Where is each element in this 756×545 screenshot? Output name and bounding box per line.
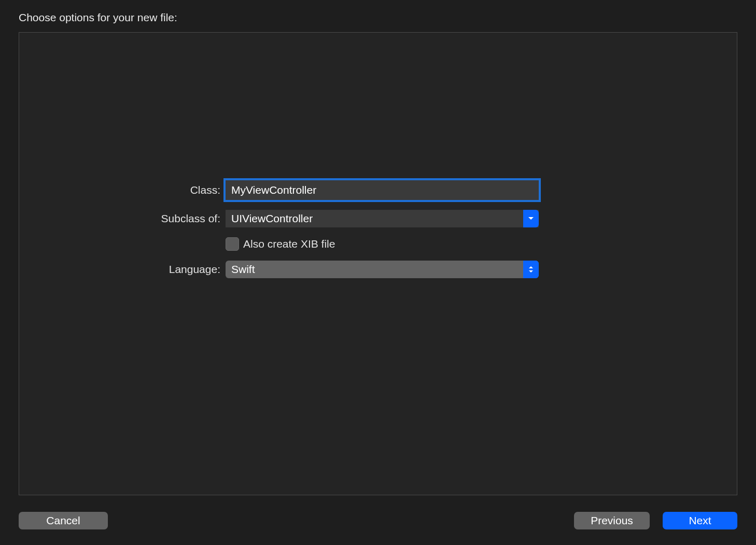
- language-popup[interactable]: Swift: [226, 261, 539, 278]
- button-bar: Cancel Previous Next: [19, 512, 737, 529]
- cancel-button[interactable]: Cancel: [19, 512, 108, 529]
- subclass-label: Subclass of:: [19, 212, 226, 225]
- class-input[interactable]: [226, 180, 539, 200]
- xib-row: Also create XIB file: [19, 237, 737, 251]
- subclass-row: Subclass of: UIViewController: [19, 210, 737, 227]
- chevron-up-icon: [528, 266, 534, 269]
- language-label: Language:: [19, 263, 226, 276]
- xib-checkbox-wrap[interactable]: Also create XIB file: [226, 237, 335, 251]
- chevron-down-icon: [528, 270, 534, 273]
- class-label: Class:: [19, 184, 226, 196]
- language-value: Swift: [231, 263, 255, 276]
- form-panel: Class: Subclass of: UIViewController: [19, 32, 737, 495]
- subclass-value: UIViewController: [231, 212, 313, 225]
- xib-label: Also create XIB file: [243, 238, 335, 250]
- subclass-combo[interactable]: UIViewController: [226, 210, 539, 227]
- xib-checkbox[interactable]: [226, 237, 239, 251]
- dialog-title: Choose options for your new file:: [19, 11, 737, 24]
- subclass-dropdown-button[interactable]: [523, 210, 539, 227]
- language-row: Language: Swift: [19, 261, 737, 278]
- language-popup-button[interactable]: [523, 261, 539, 278]
- next-button[interactable]: Next: [663, 512, 737, 529]
- chevron-down-icon: [528, 217, 534, 221]
- class-row: Class:: [19, 180, 737, 200]
- previous-button[interactable]: Previous: [574, 512, 650, 529]
- new-file-options-dialog: Choose options for your new file: Class:…: [0, 0, 756, 545]
